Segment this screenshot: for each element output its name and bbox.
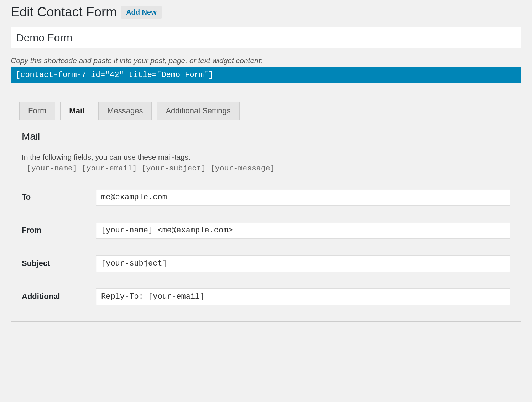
field-row-from: From xyxy=(22,222,510,239)
mail-panel-title: Mail xyxy=(22,131,510,142)
tab-messages[interactable]: Messages xyxy=(98,102,152,120)
from-input[interactable] xyxy=(96,222,510,239)
shortcode-box[interactable]: [contact-form-7 id="42" title="Demo Form… xyxy=(11,67,521,83)
field-row-to: To xyxy=(22,189,510,206)
subject-label: Subject xyxy=(22,255,96,268)
shortcode-help-text: Copy this shortcode and paste it into yo… xyxy=(11,56,521,65)
mail-tags-help: In the following fields, you can use the… xyxy=(22,153,510,161)
page-title: Edit Contact Form xyxy=(11,4,117,21)
field-row-subject: Subject xyxy=(22,255,510,272)
tab-form[interactable]: Form xyxy=(19,102,55,120)
tab-list: Form Mail Messages Additional Settings xyxy=(19,102,521,120)
tab-additional-settings[interactable]: Additional Settings xyxy=(157,102,239,120)
to-label: To xyxy=(22,189,96,202)
subject-input[interactable] xyxy=(96,255,510,272)
form-title-input[interactable] xyxy=(11,27,521,48)
additional-input[interactable] xyxy=(96,288,510,305)
add-new-button[interactable]: Add New xyxy=(121,6,162,19)
field-row-additional: Additional xyxy=(22,288,510,305)
tab-mail[interactable]: Mail xyxy=(60,102,93,120)
mail-tags-list: [your-name] [your-email] [your-subject] … xyxy=(27,164,510,172)
to-input[interactable] xyxy=(96,189,510,206)
from-label: From xyxy=(22,222,96,235)
additional-label: Additional xyxy=(22,288,96,301)
mail-panel: Mail In the following fields, you can us… xyxy=(11,120,521,322)
page-header: Edit Contact Form Add New xyxy=(11,4,521,21)
